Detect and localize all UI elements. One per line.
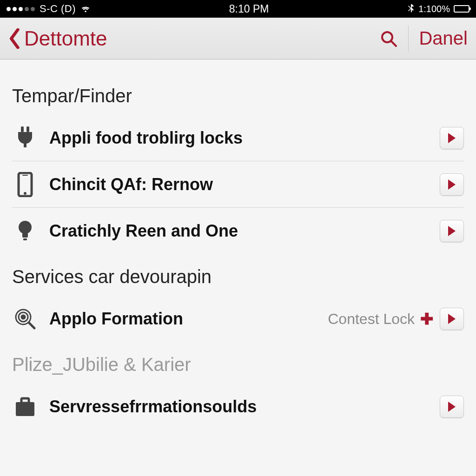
svg-point-5	[24, 192, 26, 195]
svg-point-7	[19, 221, 32, 234]
disclosure-button[interactable]	[440, 220, 464, 242]
briefcase-icon	[12, 395, 38, 419]
play-icon	[448, 179, 456, 190]
svg-rect-3	[26, 126, 29, 132]
signal-dots-icon	[7, 7, 35, 11]
svg-line-13	[29, 323, 34, 328]
list-item-label: Cratichly Reen and One	[49, 221, 440, 241]
list-item[interactable]: Applo Formation Contest Lock ✚	[12, 296, 464, 342]
play-icon	[448, 133, 456, 143]
list-item-label: Applo Formation	[49, 309, 328, 329]
chevron-left-icon	[8, 28, 21, 49]
section-header: Services car devourapin	[12, 266, 464, 287]
bulb-icon	[12, 219, 38, 243]
back-button[interactable]: Dettomte	[8, 27, 107, 50]
list-item-label: Chincit QAf: Rernow	[49, 175, 440, 194]
search-button[interactable]	[379, 29, 408, 48]
plug-icon	[12, 126, 38, 150]
bluetooth-icon	[407, 4, 415, 13]
status-bar: S-C (D) 8:10 PM 1:100%	[0, 0, 476, 18]
plus-icon[interactable]: ✚	[420, 310, 433, 328]
list-item[interactable]: Cratichly Reen and One	[12, 208, 464, 254]
play-icon	[448, 314, 456, 324]
wifi-icon	[80, 4, 91, 14]
list-item-label: Appli food troblirg locks	[49, 128, 440, 148]
section-header: Tempar/Finder	[12, 86, 464, 106]
disclosure-button[interactable]	[440, 127, 464, 149]
list-item[interactable]: Chincit QAf: Rernow	[12, 161, 464, 208]
svg-rect-2	[21, 126, 24, 132]
list-item[interactable]: Appli food troblirg locks	[12, 115, 464, 161]
section-header: Plize_JUbilie & Karier	[12, 354, 464, 375]
search-icon	[379, 29, 398, 48]
svg-point-12	[21, 315, 25, 319]
list-item-meta: Contest Lock	[328, 311, 415, 328]
list-item-label: Servressefrrmationsoulds	[49, 397, 440, 416]
play-icon	[448, 226, 456, 236]
status-time: 8:10 PM	[229, 3, 269, 15]
svg-rect-8	[22, 233, 28, 238]
svg-line-1	[391, 41, 396, 46]
nav-user-button[interactable]: Danel	[419, 28, 468, 49]
svg-rect-15	[21, 398, 29, 403]
disclosure-button[interactable]	[440, 173, 464, 196]
svg-rect-9	[23, 238, 27, 240]
play-icon	[448, 402, 456, 412]
phone-icon	[12, 172, 38, 197]
nav-divider	[408, 26, 409, 52]
battery-icon	[454, 5, 469, 13]
status-left: S-C (D)	[7, 3, 91, 15]
target-icon	[12, 307, 38, 331]
status-right: 1:100%	[407, 4, 469, 14]
main-content: Tempar/Finder Appli food troblirg locks …	[0, 60, 476, 430]
nav-back-label: Dettomte	[24, 27, 107, 50]
battery-percent: 1:100%	[418, 4, 450, 14]
carrier-label: S-C (D)	[40, 3, 76, 15]
list-item[interactable]: Servressefrrmationsoulds	[12, 383, 464, 430]
nav-bar: Dettomte Danel	[0, 18, 476, 60]
disclosure-button[interactable]	[440, 396, 464, 418]
svg-rect-6	[22, 175, 28, 176]
disclosure-button[interactable]	[440, 308, 464, 330]
